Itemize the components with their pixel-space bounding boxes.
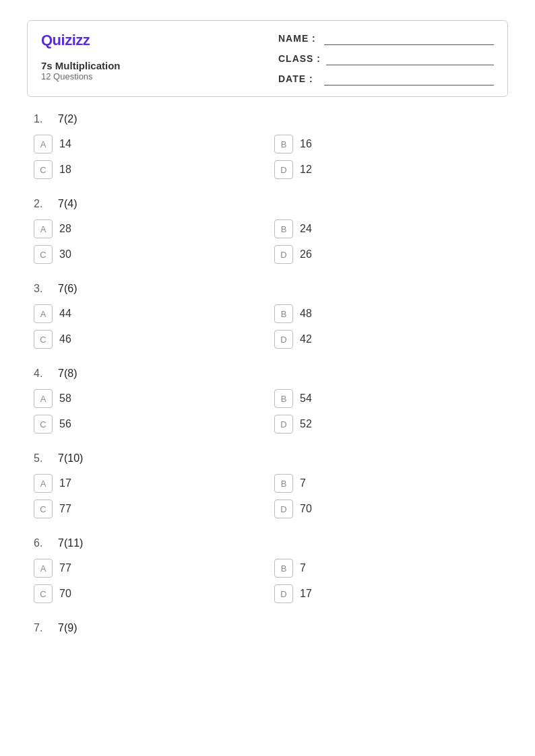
answer-badge-1-c: C [34,160,53,179]
answer-value-3-b: 48 [300,308,312,320]
question-number-6: 6. [34,537,53,549]
name-field-row: NAME : [278,32,494,45]
answer-badge-2-c: C [34,245,53,264]
question-text-2: 2.7(4) [34,198,501,210]
question-text-1: 1.7(2) [34,113,501,125]
answer-value-5-d: 70 [300,503,312,515]
question-value-2: 7(4) [58,198,77,210]
logo: Quizizz [41,32,121,49]
question-number-1: 1. [34,113,53,125]
answer-badge-4-d: D [274,415,293,434]
answer-item-3-c: C46 [34,330,261,349]
answer-value-6-a: 77 [59,562,71,574]
answer-value-2-d: 26 [300,248,312,261]
answer-badge-5-d: D [274,500,293,518]
answer-value-3-d: 42 [300,333,312,345]
answer-badge-1-a: A [34,135,53,153]
answer-item-4-a: A58 [34,389,261,408]
answer-value-4-b: 54 [300,392,312,405]
quiz-title: 7s Multiplication [41,60,121,71]
answer-item-3-a: A44 [34,304,261,323]
answer-badge-4-b: B [274,389,293,408]
answers-grid-6: A77B7C70D17 [34,559,501,603]
question-text-5: 5.7(10) [34,452,501,465]
answer-value-1-d: 12 [300,164,312,176]
answer-badge-3-b: B [274,304,293,323]
answer-item-5-d: D70 [274,500,501,518]
question-block-3: 3.7(6)A44B48C46D42 [34,283,501,349]
quiz-subtitle: 12 Questions [41,71,121,81]
question-text-7: 7.7(9) [34,622,501,634]
answer-badge-3-a: A [34,304,53,323]
answer-item-6-b: B7 [274,559,501,578]
date-label: DATE : [278,73,319,84]
class-field-row: CLASS : [278,52,494,65]
answer-badge-2-a: A [34,219,53,238]
answer-value-5-a: 17 [59,477,71,489]
class-label: CLASS : [278,53,321,64]
header-left: Quizizz 7s Multiplication 12 Questions [41,32,121,81]
question-value-6: 7(11) [58,537,83,549]
answer-badge-5-c: C [34,500,53,518]
answer-badge-6-d: D [274,584,293,603]
question-block-1: 1.7(2)A14B16C18D12 [34,113,501,179]
question-block-6: 6.7(11)A77B7C70D17 [34,537,501,603]
answer-value-1-a: 14 [59,138,71,150]
answer-item-2-d: D26 [274,245,501,264]
answer-badge-2-b: B [274,219,293,238]
answer-value-1-c: 18 [59,164,71,176]
answer-badge-5-a: A [34,474,53,493]
question-text-4: 4.7(8) [34,368,501,380]
answers-grid-4: A58B54C56D52 [34,389,501,434]
question-number-2: 2. [34,198,53,210]
answer-item-2-a: A28 [34,219,261,238]
header-right: NAME : CLASS : DATE : [278,32,494,85]
answer-badge-2-d: D [274,245,293,264]
question-text-6: 6.7(11) [34,537,501,549]
answer-item-4-c: C56 [34,415,261,434]
answer-item-5-b: B7 [274,474,501,493]
answer-item-6-c: C70 [34,584,261,603]
answer-item-2-b: B24 [274,219,501,238]
answer-item-4-b: B54 [274,389,501,408]
questions-section: 1.7(2)A14B16C18D122.7(4)A28B24C30D263.7(… [27,113,508,634]
question-number-7: 7. [34,622,53,634]
answer-badge-3-c: C [34,330,53,349]
class-input[interactable] [326,52,494,65]
question-value-4: 7(8) [58,368,77,380]
answer-item-6-d: D17 [274,584,501,603]
header-box: Quizizz 7s Multiplication 12 Questions N… [27,20,508,97]
answer-badge-4-c: C [34,415,53,434]
answer-item-4-d: D52 [274,415,501,434]
question-block-7: 7.7(9) [34,622,501,634]
question-number-4: 4. [34,368,53,380]
question-block-5: 5.7(10)A17B7C77D70 [34,452,501,518]
answer-value-4-d: 52 [300,418,312,430]
answer-value-2-b: 24 [300,223,312,235]
date-input[interactable] [324,72,494,85]
answer-badge-6-a: A [34,559,53,578]
name-label: NAME : [278,33,319,44]
answer-item-5-a: A17 [34,474,261,493]
answer-badge-5-b: B [274,474,293,493]
answer-badge-1-b: B [274,135,293,153]
answers-grid-1: A14B16C18D12 [34,135,501,179]
question-value-5: 7(10) [58,452,83,465]
answer-badge-4-a: A [34,389,53,408]
question-number-3: 3. [34,283,53,295]
answer-item-3-b: B48 [274,304,501,323]
answer-item-5-c: C77 [34,500,261,518]
answer-item-6-a: A77 [34,559,261,578]
question-block-4: 4.7(8)A58B54C56D52 [34,368,501,434]
date-field-row: DATE : [278,72,494,85]
answer-value-1-b: 16 [300,138,312,150]
question-block-2: 2.7(4)A28B24C30D26 [34,198,501,264]
name-input[interactable] [324,32,494,45]
answer-item-2-c: C30 [34,245,261,264]
answer-value-5-c: 77 [59,503,71,515]
answer-value-4-a: 58 [59,392,71,405]
answer-value-5-b: 7 [300,477,306,489]
answer-value-6-b: 7 [300,562,306,574]
answers-grid-3: A44B48C46D42 [34,304,501,349]
question-number-5: 5. [34,452,53,465]
